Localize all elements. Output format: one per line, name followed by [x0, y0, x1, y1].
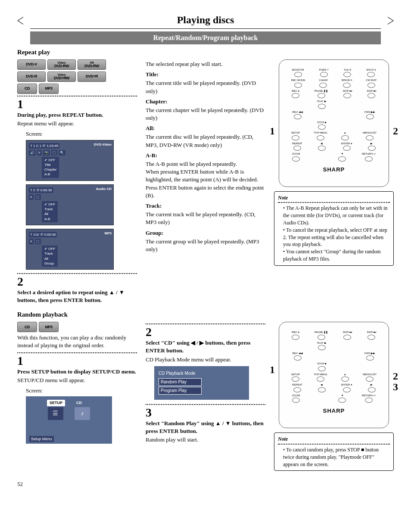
osd-dvdvideo: DVD-Video T 1 C 1 ⏱ 1:23:45 🔊≡📷⬚🔍 OFF Ti… [26, 140, 114, 181]
chevron-right-icon [381, 17, 394, 25]
r-callout-1: 1 [270, 363, 275, 377]
remote-button: SETUP [291, 131, 300, 140]
remote-button: MENU/LIST [363, 373, 377, 382]
callout-2: 2 [393, 124, 398, 139]
page-title-banner: Playing discs [17, 13, 394, 29]
remote-button: TOP MENU [314, 373, 327, 382]
osd1-title: Title [43, 162, 58, 167]
disc-badges-3: CD MP3 [17, 84, 137, 94]
osd2-top: T 2 ⏱ 0:00:30 [29, 187, 53, 193]
random-note-box: Note To cancel random play, press STOP ■… [274, 432, 394, 471]
remote-illustration-2: REC ●PAUSE ❚❚SKIP ⏮SKIP ⏭PLAY ▶REV ◀◀FWD… [279, 322, 389, 428]
osd2-track: Track [43, 207, 57, 212]
repeat-note-box: Note The A-B Repeat playback can only be… [274, 191, 394, 266]
remote-button: MENU/LIST [363, 131, 377, 140]
remote-button: ▼ [338, 394, 346, 403]
remote-button: REC ● [292, 330, 299, 339]
remote-illustration: MONITORPQRS 7TUV 8WXYZ 9REC MODECLEARSPA… [279, 59, 389, 187]
remote-button: SKIP ⏮ [343, 330, 352, 339]
osd1-top: T 1 C 1 ⏱ 1:23:45 [29, 143, 59, 149]
random-heading: Random playback [17, 310, 394, 319]
setup-menu-screen: SETUP ☰ CD ♪ Setup Menu [26, 396, 112, 444]
chevron-left-icon [17, 17, 30, 25]
remote-logo-2: SHARP [284, 407, 383, 415]
remote-button: SETUP [291, 373, 300, 382]
badge-dvdr: DVD-R [17, 72, 46, 82]
osd3-group: Group [43, 261, 57, 266]
remote-button: RETURN ↩ [362, 394, 376, 403]
remote-button: SKIP ⏭ [367, 89, 376, 98]
remote-button: SKIP ⏭ [367, 330, 376, 339]
cdmenu-head: CD Playback Mode [159, 370, 245, 376]
term-all: All: [146, 124, 265, 132]
remote-button: CM SKIP [366, 78, 377, 87]
repeat-col2: The selected repeat play will start. Tit… [146, 59, 265, 304]
remote-button: STOP ■ [317, 121, 326, 130]
osd1-menu: OFF Title Chapter A-B [42, 157, 59, 178]
osd1-ab: A-B [43, 172, 58, 177]
osd3-off: OFF [43, 246, 57, 251]
remote-button: PLAY ▶ [317, 100, 326, 109]
random-col3: 1 2 3 REC ●PAUSE ❚❚SKIP ⏮SKIP ⏭PLAY ▶REV… [274, 322, 394, 474]
disc-badges: DVD-V VideoDVD-RW VRDVD-RW [17, 59, 137, 70]
osd2-ab: A-B [43, 217, 57, 221]
page-number: 52 [17, 480, 394, 488]
term-group-text: The current group will be played repeate… [146, 238, 265, 253]
page-title: Playing discs [30, 13, 381, 29]
step2-number: 2 [17, 276, 137, 288]
remote-button: PQRS 7 [319, 68, 329, 77]
remote-button: REC ● [292, 89, 299, 98]
term-all-text: The current disc will be played repeated… [146, 133, 265, 149]
osd1-chapter: Chapter [43, 167, 58, 172]
term-ab: A-B: [146, 152, 265, 159]
sub-banner: Repeat/Random/Program playback [30, 31, 381, 44]
r-step3-text: Random play will start. [146, 436, 265, 444]
remote-button: SKIP ⏮ [343, 89, 352, 98]
osd-mp3: MP3 T 114 ⏱ 0:00:30 ≡⬚ OFF Track All Gro… [26, 229, 114, 270]
dotted-r3 [146, 404, 265, 405]
cd-icon: ♪ [75, 407, 90, 420]
step2-label: Select a desired option to repeat using … [17, 289, 137, 304]
badge-cd-2: CD [17, 322, 37, 332]
remote-button: PAUSE ❚❚ [314, 89, 328, 98]
badge-dvdplusr: DVD+R [78, 72, 106, 82]
dotted-r1 [17, 352, 137, 353]
osd2-all: All [43, 212, 57, 216]
note-item-2: To cancel the repeat playback, select OF… [283, 227, 390, 248]
disc-badges-2: DVD-R VideoDVD+RW DVD+R [17, 72, 137, 82]
random-badges: CD MP3 [17, 322, 137, 332]
badge-dvdv: DVD-V [17, 59, 46, 70]
badge-dvdrw-vr: VRDVD-RW [78, 59, 106, 70]
term-group: Group: [146, 229, 265, 237]
remote-button: SPACE 0 [341, 78, 352, 87]
cd-tab: CD [74, 400, 91, 406]
setup-caption: Setup Menu [29, 436, 54, 442]
osd3-tag: MP3 [105, 231, 112, 236]
r-step2-text: CD Playback Mode menu will appear. [146, 356, 265, 364]
term-title: Title: [146, 71, 265, 78]
step1-number: 1 [17, 98, 137, 110]
remote-button: REV ◀◀ [293, 110, 303, 119]
r-step3-num: 3 [146, 407, 265, 419]
dotted-r2 [146, 324, 265, 324]
remote-button: FWD ▶▶ [364, 110, 375, 119]
random-intro: With this function, you can play a disc … [17, 334, 137, 349]
callout-1: 1 [270, 124, 275, 139]
osd3-top: T 114 ⏱ 0:00:30 [29, 232, 57, 237]
osd-audiocd: Audio CD T 2 ⏱ 0:00:30 ≡⬚ OFF Track All … [26, 184, 114, 225]
cdmenu-program: Program Play [159, 387, 202, 395]
remote-button: REPEAT [292, 142, 302, 151]
osd1-tag: DVD-Video [94, 142, 112, 147]
remote-button: ▲ [341, 373, 349, 382]
r-step2-num: 2 [146, 326, 265, 338]
setup-icon: ☰ [48, 407, 63, 420]
remote-button: ▲ [341, 131, 349, 140]
cd-playback-menu: CD Playback Mode Random Play Program Pla… [154, 366, 249, 400]
random-col2: 2 Select "CD" using ◀ / ▶ buttons, then … [146, 322, 265, 474]
remote-button: STOP ■ [317, 362, 326, 371]
remote-button: TUV 8 [343, 68, 351, 77]
badge-mp3: MP3 [39, 84, 59, 94]
term-chapter-text: The current chapter will be played repea… [146, 106, 265, 122]
term-title-text: The current title will be played repeate… [146, 79, 265, 95]
badge-cd: CD [17, 84, 37, 94]
